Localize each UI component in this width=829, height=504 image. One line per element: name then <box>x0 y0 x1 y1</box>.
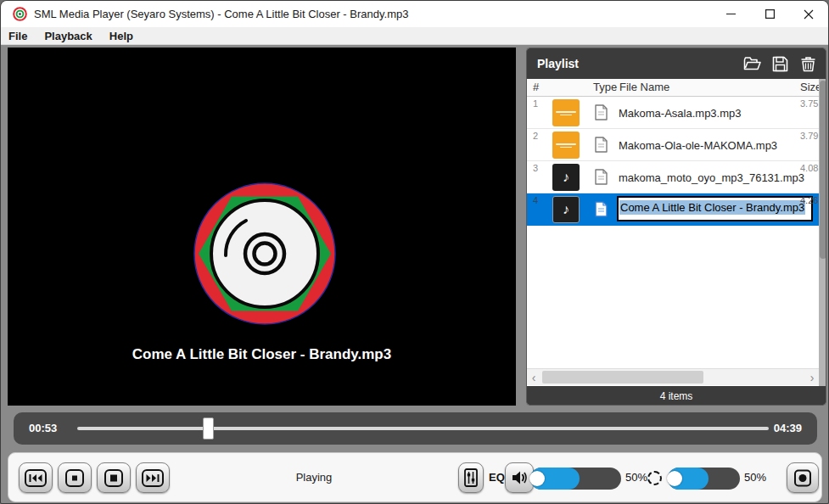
menu-help[interactable]: Help <box>101 30 142 42</box>
row-number: 4 <box>533 195 538 205</box>
skip-previous-button[interactable] <box>19 462 53 493</box>
document-icon <box>595 169 608 185</box>
visualization-area: Come A Little Bit Closer - Brandy.mp3 <box>8 48 516 406</box>
playlist-rows: 1 Makoma-Asala.mp3.mp3 3.75 MB 2 Makoma-… <box>527 97 819 226</box>
folder-open-icon[interactable] <box>742 54 761 73</box>
column-number[interactable]: # <box>533 81 539 93</box>
window-controls <box>711 1 828 27</box>
trash-icon[interactable] <box>798 54 817 73</box>
stop-icon <box>104 469 123 487</box>
pause-icon <box>65 469 84 487</box>
seek-bar: 00:53 04:39 <box>14 412 817 445</box>
playlist-header: Playlist <box>527 48 826 79</box>
control-bar: Playing EQ 50% 50% <box>8 452 822 502</box>
row-number: 3 <box>533 163 538 173</box>
maximize-icon[interactable] <box>750 1 789 27</box>
elapsed-time: 00:53 <box>29 422 57 434</box>
playlist-column-headers: # Type File Name Size <box>527 79 819 97</box>
disc-logo <box>193 182 336 325</box>
balance-percent: 50% <box>744 471 766 484</box>
balance-knob-icon[interactable] <box>647 471 662 485</box>
disc-icon <box>13 7 27 21</box>
total-time: 04:39 <box>774 422 802 434</box>
seek-thumb[interactable] <box>203 417 214 440</box>
playlist-title: Playlist <box>537 57 579 70</box>
document-icon <box>595 137 608 153</box>
title-bar: SML Media Player (Seyaro Systems) - Come… <box>1 1 828 27</box>
file-name: makoma_moto_oyo_mp3_76131.mp3 <box>619 161 804 193</box>
record-button[interactable] <box>787 462 819 493</box>
file-name: Makoma-Asala.mp3.mp3 <box>619 97 742 129</box>
eq-label: EQ <box>489 471 505 484</box>
skip-next-button[interactable] <box>136 462 170 493</box>
close-icon[interactable] <box>789 1 828 27</box>
playlist-panel: Playlist # Type File Name Size 1 <box>526 48 826 406</box>
file-name: Makoma-Ola-ole-MAKOMA.mp3 <box>619 129 777 161</box>
playlist-horizontal-scrollbar[interactable]: ‹ › <box>527 368 819 385</box>
save-icon[interactable] <box>770 54 789 73</box>
seek-track[interactable] <box>77 427 769 430</box>
scroll-left-icon[interactable]: ‹ <box>527 369 541 386</box>
filename-edit-field[interactable]: Come A Little Bit Closer - Brandy.mp3 <box>617 196 813 221</box>
volume-thumb[interactable] <box>529 471 545 486</box>
now-playing-caption: Come A Little Bit Closer - Brandy.mp3 <box>8 346 516 363</box>
playlist-row-2[interactable]: 2 Makoma-Ola-ole-MAKOMA.mp3 3.79 MB <box>527 129 819 161</box>
skip-next-icon <box>142 469 164 487</box>
playlist-row-4-selected[interactable]: 4 ♪ Come A Little Bit Closer - Brandy.mp… <box>527 193 819 226</box>
pause-button[interactable] <box>58 462 92 493</box>
vertical-scroll-thumb[interactable] <box>820 81 826 259</box>
playlist-row-1[interactable]: 1 Makoma-Asala.mp3.mp3 3.75 MB <box>527 97 819 129</box>
speaker-icon <box>511 470 528 485</box>
document-icon <box>595 201 608 217</box>
file-size: 3.79 MB <box>800 131 819 141</box>
album-art-thumbnail <box>552 132 580 159</box>
file-name-selected-text: Come A Little Bit Closer - Brandy.mp3 <box>619 200 805 215</box>
music-note-icon: ♪ <box>552 164 580 191</box>
volume-percent: 50% <box>625 471 647 484</box>
volume-slider[interactable] <box>530 468 621 490</box>
file-size: 3.75 MB <box>800 98 819 109</box>
row-number: 1 <box>533 98 538 109</box>
app-window: SML Media Player (Seyaro Systems) - Come… <box>0 0 829 504</box>
balance-slider[interactable] <box>668 468 740 490</box>
music-note-icon: ♪ <box>552 196 580 223</box>
file-size: 4.26 MB <box>800 195 819 205</box>
playlist-vertical-scrollbar[interactable] <box>819 79 826 386</box>
playback-status: Playing <box>255 453 373 501</box>
playlist-row-3[interactable]: 3 ♪ makoma_moto_oyo_mp3_76131.mp3 4.08 M… <box>527 161 819 193</box>
skip-previous-icon <box>25 469 47 487</box>
playlist-toolbar <box>742 54 817 73</box>
playlist-item-count: 4 items <box>527 386 826 406</box>
minimize-icon[interactable] <box>711 1 750 27</box>
document-icon <box>595 104 608 120</box>
equalizer-icon <box>464 468 478 487</box>
balance-thumb[interactable] <box>667 471 682 486</box>
equalizer-button[interactable] <box>458 462 484 493</box>
album-art-thumbnail <box>552 99 580 126</box>
row-number: 2 <box>533 131 538 141</box>
stop-button[interactable] <box>97 462 131 493</box>
column-type[interactable]: Type <box>593 81 617 93</box>
column-filename[interactable]: File Name <box>619 81 669 93</box>
menu-playback[interactable]: Playback <box>36 30 100 42</box>
file-size: 4.08 MB <box>800 163 819 173</box>
horizontal-scroll-thumb[interactable] <box>542 371 703 384</box>
menu-bar: File Playback Help <box>1 27 828 45</box>
scroll-right-icon[interactable]: › <box>805 369 819 386</box>
menu-file[interactable]: File <box>8 30 36 42</box>
record-icon <box>793 469 812 487</box>
window-title: SML Media Player (Seyaro Systems) - Come… <box>34 8 408 20</box>
